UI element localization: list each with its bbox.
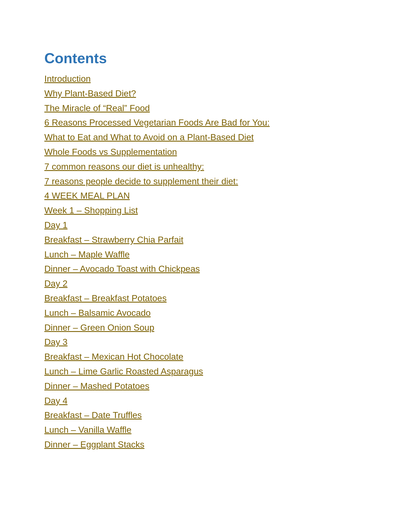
toc-link-day3[interactable]: Day 3 (44, 335, 367, 349)
toc-item: Day 4 (44, 393, 367, 408)
toc-item: Lunch – Vanilla Waffle (44, 423, 367, 437)
toc-link-why-plant-based[interactable]: Why Plant-Based Diet? (44, 86, 367, 101)
toc-item: What to Eat and What to Avoid on a Plant… (44, 130, 367, 145)
toc-link-4-week-meal-plan[interactable]: 4 WEEK MEAL PLAN (44, 188, 367, 203)
toc-link-day4-dinner[interactable]: Dinner – Eggplant Stacks (44, 437, 367, 452)
toc-item: Day 2 (44, 276, 367, 291)
toc-link-7-reasons[interactable]: 7 reasons people decide to supplement th… (44, 174, 367, 189)
toc-link-miracle-real-food[interactable]: The Miracle of “Real” Food (44, 101, 367, 116)
toc-item: The Miracle of “Real” Food (44, 101, 367, 116)
toc-link-whole-foods[interactable]: Whole Foods vs Supplementation (44, 145, 367, 159)
toc-item: Dinner – Avocado Toast with Chickpeas (44, 262, 367, 276)
toc-item: 7 reasons people decide to supplement th… (44, 174, 367, 189)
table-of-contents: IntroductionWhy Plant-Based Diet?The Mir… (44, 71, 367, 452)
toc-item: Week 1 – Shopping List (44, 203, 367, 218)
toc-link-6-reasons[interactable]: 6 Reasons Processed Vegetarian Foods Are… (44, 115, 367, 130)
toc-item: Day 1 (44, 218, 367, 232)
toc-item: Lunch – Maple Waffle (44, 247, 367, 262)
toc-item: Lunch – Lime Garlic Roasted Asparagus (44, 364, 367, 379)
toc-item: 6 Reasons Processed Vegetarian Foods Are… (44, 115, 367, 130)
toc-item: Breakfast – Mexican Hot Chocolate (44, 349, 367, 364)
toc-link-day2-lunch[interactable]: Lunch – Balsamic Avocado (44, 306, 367, 320)
toc-item: Lunch – Balsamic Avocado (44, 306, 367, 320)
toc-link-day3-breakfast[interactable]: Breakfast – Mexican Hot Chocolate (44, 349, 367, 364)
toc-item: Breakfast – Breakfast Potatoes (44, 291, 367, 306)
toc-item: Dinner – Mashed Potatoes (44, 379, 367, 393)
toc-item: Day 3 (44, 335, 367, 349)
toc-item: Breakfast – Date Truffles (44, 408, 367, 423)
toc-link-day3-dinner[interactable]: Dinner – Mashed Potatoes (44, 379, 367, 393)
toc-item: Dinner – Eggplant Stacks (44, 437, 367, 452)
toc-link-day2[interactable]: Day 2 (44, 276, 367, 291)
toc-item: Breakfast – Strawberry Chia Parfait (44, 232, 367, 247)
toc-link-day1-lunch[interactable]: Lunch – Maple Waffle (44, 247, 367, 262)
contents-heading: Contents (44, 50, 367, 66)
toc-link-day2-breakfast[interactable]: Breakfast – Breakfast Potatoes (44, 291, 367, 306)
toc-item: Whole Foods vs Supplementation (44, 145, 367, 159)
toc-item: Why Plant-Based Diet? (44, 86, 367, 101)
toc-link-what-to-eat[interactable]: What to Eat and What to Avoid on a Plant… (44, 130, 367, 145)
toc-link-day1-dinner[interactable]: Dinner – Avocado Toast with Chickpeas (44, 262, 367, 276)
toc-item: 4 WEEK MEAL PLAN (44, 188, 367, 203)
toc-link-day1-breakfast[interactable]: Breakfast – Strawberry Chia Parfait (44, 232, 367, 247)
toc-link-introduction[interactable]: Introduction (44, 71, 367, 86)
toc-item: 7 common reasons our diet is unhealthy: (44, 159, 367, 174)
toc-link-day1[interactable]: Day 1 (44, 218, 367, 232)
toc-link-day4[interactable]: Day 4 (44, 393, 367, 408)
toc-link-day2-dinner[interactable]: Dinner – Green Onion Soup (44, 320, 367, 335)
toc-item: Dinner – Green Onion Soup (44, 320, 367, 335)
toc-link-week1-shopping[interactable]: Week 1 – Shopping List (44, 203, 367, 218)
toc-item: Introduction (44, 71, 367, 86)
toc-link-day3-lunch[interactable]: Lunch – Lime Garlic Roasted Asparagus (44, 364, 367, 379)
toc-link-7-common[interactable]: 7 common reasons our diet is unhealthy: (44, 159, 367, 174)
toc-link-day4-breakfast[interactable]: Breakfast – Date Truffles (44, 408, 367, 423)
toc-link-day4-lunch[interactable]: Lunch – Vanilla Waffle (44, 423, 367, 437)
